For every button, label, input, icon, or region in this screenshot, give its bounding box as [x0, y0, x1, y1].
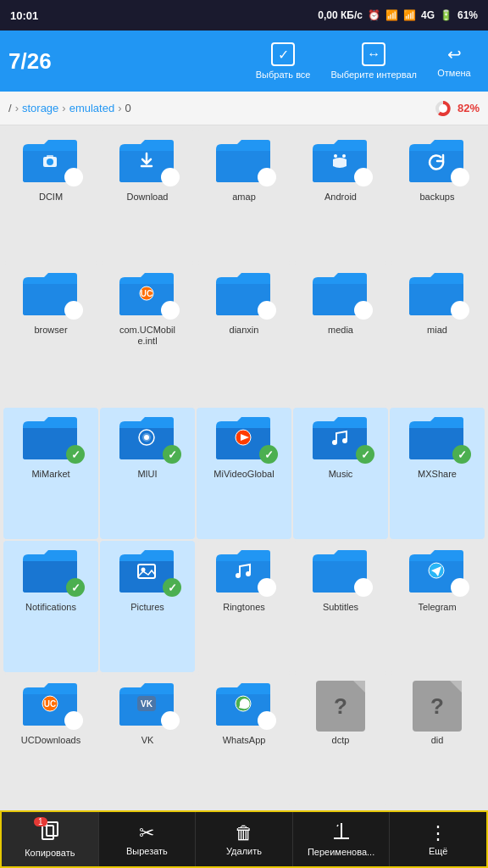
copy-badge: 1	[34, 817, 47, 826]
folder-wrap	[214, 681, 274, 732]
folder-inner-svg	[135, 150, 158, 175]
folder-badge	[64, 168, 83, 186]
folder-badge	[258, 711, 276, 730]
breadcrumb-storage[interactable]: storage	[22, 102, 58, 114]
folder-inner-svg	[135, 559, 158, 586]
select-all-button[interactable]: ✓ Выбрать все	[247, 37, 319, 85]
folder-item-media[interactable]: media	[293, 264, 388, 406]
folder-badge	[354, 578, 373, 597]
folder-badge	[64, 301, 83, 320]
svg-point-19	[236, 573, 241, 578]
status-bar: 10:01 0,00 КБ/с ⏰ 📶 📶 4G 🔋 61%	[0, 0, 488, 31]
copy-label: Копировать	[25, 848, 75, 858]
folder-wrap: ✓	[20, 548, 81, 598]
folder-name: MiVideoGlobal	[214, 469, 274, 480]
folder-name: media	[328, 325, 353, 336]
folder-item-pictures[interactable]: ✓ Pictures	[100, 541, 195, 672]
folder-item-miui[interactable]: ✓ MIUI	[100, 408, 195, 539]
folder-wrap: ✓	[310, 415, 371, 465]
folder-item-android[interactable]: Android	[293, 131, 388, 262]
folder-wrap	[310, 137, 371, 188]
folder-inner-svg	[38, 150, 62, 175]
file-grid: DCIM Download amap	[0, 125, 488, 810]
more-icon: ⋮	[429, 822, 447, 844]
folder-item-mimarket[interactable]: ✓ MiMarket	[3, 408, 98, 539]
folder-badge	[64, 711, 83, 730]
copy-button[interactable]: 1 Копировать	[2, 812, 99, 866]
folder-name: Subtitles	[323, 602, 358, 613]
folder-wrap: ✓	[214, 415, 274, 465]
folder-inner-svg: VK	[135, 693, 158, 719]
folder-item-music[interactable]: ✓ Music	[293, 408, 388, 539]
folder-item-notifications[interactable]: ✓ Notifications	[3, 541, 98, 672]
folder-badge	[161, 711, 180, 730]
cut-button[interactable]: ✂ Вырезать	[99, 812, 197, 866]
folder-item-ringtones[interactable]: Ringtones	[197, 541, 291, 672]
file-item-did[interactable]: ? did	[390, 674, 485, 805]
folder-item-mxshare[interactable]: ✓ MXShare	[390, 408, 485, 539]
folder-name: MXShare	[418, 469, 457, 480]
cancel-button[interactable]: ↩ Отмена	[429, 39, 480, 83]
svg-point-3	[47, 159, 53, 165]
folder-wrap	[310, 548, 371, 598]
battery-icon: 🔋	[440, 9, 452, 21]
select-all-icon: ✓	[271, 42, 295, 66]
breadcrumb-slash: /	[8, 102, 12, 114]
select-range-button[interactable]: ↔ Выберите интервал	[322, 37, 425, 85]
folder-item-miad[interactable]: miad	[390, 264, 485, 406]
folder-item-amap[interactable]: amap	[197, 131, 291, 262]
folder-inner-svg	[231, 559, 255, 586]
svg-point-12	[144, 435, 149, 440]
svg-point-15	[332, 440, 337, 445]
breadcrumb-emulated[interactable]: emulated	[69, 102, 114, 114]
svg-rect-28	[47, 822, 58, 836]
folder-item-browser[interactable]: browser	[3, 264, 98, 406]
svg-point-16	[342, 438, 347, 443]
folder-wrap	[407, 270, 468, 321]
folder-wrap	[407, 548, 468, 598]
folder-item-backups[interactable]: backups	[390, 131, 485, 262]
more-button[interactable]: ⋮ Ещё	[390, 812, 486, 866]
folder-item-com-ucmobile-intl[interactable]: UC com.UCMobile.intl	[100, 264, 195, 406]
folder-name: UCDownloads	[21, 735, 80, 746]
svg-text:VK: VK	[141, 699, 153, 709]
check-badge: ✓	[163, 445, 181, 464]
folder-wrap	[20, 270, 81, 321]
delete-icon: 🗑	[235, 822, 253, 844]
folder-item-dianxin[interactable]: dianxin	[197, 264, 291, 406]
check-badge: ✓	[452, 445, 471, 464]
folder-badge	[161, 168, 180, 186]
breadcrumb: / › storage › emulated › 0 82%	[0, 92, 488, 125]
more-label: Ещё	[429, 846, 448, 856]
cut-icon: ✂	[139, 822, 154, 844]
folder-item-whatsapp[interactable]: WhatsApp	[197, 674, 291, 805]
folder-name: browser	[34, 325, 67, 336]
folder-badge	[161, 301, 180, 320]
check-badge: ✓	[163, 578, 181, 597]
file-item-dctp[interactable]: ? dctp	[293, 674, 388, 805]
delete-button[interactable]: 🗑 Удалить	[196, 812, 293, 866]
folder-item-vk[interactable]: VK VK	[100, 674, 195, 805]
folder-wrap: ✓	[407, 415, 468, 465]
folder-item-download[interactable]: Download	[100, 131, 195, 262]
folder-item-subtitles[interactable]: Subtitles	[293, 541, 388, 672]
folder-wrap: ✓	[117, 548, 178, 598]
file-name: dctp	[332, 735, 350, 746]
select-range-icon: ↔	[362, 42, 385, 66]
folder-item-dcim[interactable]: DCIM	[3, 131, 98, 262]
folder-item-mivideoglobal[interactable]: ✓ MiVideoGlobal	[197, 408, 291, 539]
folder-inner-svg: UC	[135, 282, 158, 309]
folder-inner-svg	[424, 149, 448, 175]
signal2-icon: 📶	[403, 9, 416, 21]
folder-wrap: VK	[117, 681, 178, 732]
svg-point-20	[246, 571, 251, 576]
folder-name: miad	[427, 325, 447, 336]
folder-name: Notifications	[25, 602, 76, 613]
storage-info: 82%	[434, 99, 480, 118]
folder-item-ucdownloads[interactable]: UC UCDownloads	[3, 674, 98, 805]
back-icon: ↩	[447, 44, 462, 64]
folder-item-telegram[interactable]: Telegram	[390, 541, 485, 672]
network-4g: 4G	[421, 9, 435, 21]
breadcrumb-zero[interactable]: 0	[125, 102, 131, 114]
rename-button[interactable]: Переименова...	[293, 812, 391, 866]
